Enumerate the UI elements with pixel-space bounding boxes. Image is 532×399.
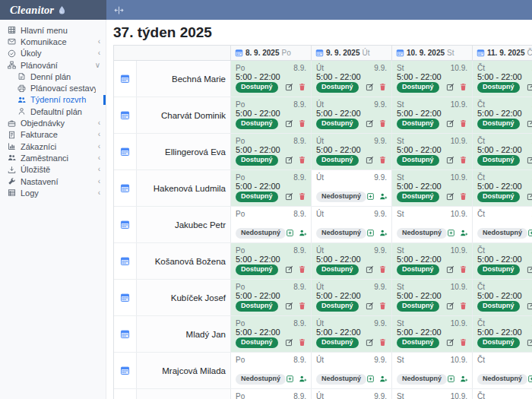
employee-schedule-cell (114, 243, 137, 279)
sidebar-item-denni-plan[interactable]: Denní plán (0, 71, 106, 82)
delete-availability-button[interactable] (459, 338, 467, 347)
sidebar-item-komunikace[interactable]: Komunikace ‹ (0, 36, 106, 47)
delete-availability-button[interactable] (378, 119, 387, 128)
assign-person-button[interactable] (379, 375, 388, 383)
delete-availability-button[interactable] (459, 83, 467, 91)
add-availability-button[interactable] (286, 375, 294, 383)
edit-availability-button[interactable] (446, 302, 454, 310)
delete-availability-button[interactable] (298, 338, 306, 347)
sidebar-item-logy[interactable]: Logy ‹ (0, 187, 106, 198)
edit-availability-button[interactable] (446, 192, 454, 201)
edit-availability-button[interactable] (366, 338, 374, 347)
day-date: 10.9. (451, 64, 467, 72)
sidebar-item-uloziste[interactable]: Úložiště ‹ (0, 164, 106, 176)
sidebar-item-defaultni-plan[interactable]: Defaultní plán (0, 106, 106, 117)
add-availability-button[interactable] (527, 375, 532, 383)
sidebar-item-zamestnanci[interactable]: Zaměstnanci ‹ (0, 152, 106, 163)
delete-availability-button[interactable] (298, 119, 306, 128)
sidebar-item-nastaveni[interactable]: Nastavení ‹ (0, 176, 106, 187)
delete-availability-button[interactable] (298, 302, 306, 310)
open-employee-schedule-button[interactable] (120, 256, 130, 266)
assign-person-button[interactable] (460, 229, 468, 237)
edit-availability-button[interactable] (285, 119, 293, 128)
day-cell-header: Út 9.9. (316, 100, 387, 109)
delete-availability-button[interactable] (378, 302, 387, 310)
sidebar-item-zakaznici[interactable]: Zákazníci ‹ (0, 141, 106, 152)
open-employee-schedule-button[interactable] (120, 183, 130, 193)
open-employee-schedule-button[interactable] (120, 329, 130, 339)
edit-availability-button[interactable] (446, 338, 454, 347)
shift-time (477, 218, 532, 227)
sidebar-item-ukoly[interactable]: Úkoly ‹ (0, 48, 106, 59)
assign-person-button[interactable] (379, 229, 388, 237)
delete-availability-button[interactable] (459, 156, 467, 164)
delete-availability-button[interactable] (298, 83, 306, 91)
pencil-square-icon (285, 302, 293, 310)
add-availability-button[interactable] (447, 375, 455, 383)
edit-availability-button[interactable] (366, 119, 374, 128)
assign-person-button[interactable] (299, 375, 307, 383)
sidebar-item-tydenni-rozvrh[interactable]: Týdenní rozvrh (0, 94, 106, 106)
calendar-icon (120, 110, 130, 120)
open-employee-schedule-button[interactable] (120, 74, 130, 84)
edit-availability-button[interactable] (285, 302, 293, 310)
edit-availability-button[interactable] (446, 156, 454, 164)
edit-availability-button[interactable] (446, 83, 454, 91)
delete-availability-button[interactable] (378, 156, 387, 164)
edit-availability-button[interactable] (527, 265, 532, 274)
pencil-square-icon (527, 156, 532, 164)
edit-availability-button[interactable] (366, 156, 374, 164)
edit-availability-button[interactable] (366, 302, 374, 310)
calendar-icon (477, 49, 485, 57)
delete-availability-button[interactable] (378, 83, 387, 91)
delete-availability-button[interactable] (459, 192, 467, 201)
add-availability-button[interactable] (366, 229, 375, 237)
edit-availability-button[interactable] (527, 83, 532, 91)
sidebar-item-planovani[interactable]: Plánování ∨ (0, 59, 106, 71)
assign-person-button[interactable] (299, 229, 307, 237)
edit-availability-button[interactable] (285, 192, 293, 201)
delete-availability-button[interactable] (459, 265, 467, 274)
edit-availability-button[interactable] (527, 119, 532, 128)
assign-person-button[interactable] (460, 375, 468, 383)
sidebar-item-objednavky[interactable]: Objednávky ‹ (0, 117, 106, 128)
open-employee-schedule-button[interactable] (120, 293, 130, 302)
edit-availability-button[interactable] (366, 83, 374, 91)
assign-person-button[interactable] (379, 192, 388, 201)
delete-availability-button[interactable] (378, 338, 387, 347)
delete-availability-button[interactable] (378, 265, 387, 274)
add-availability-button[interactable] (447, 229, 455, 237)
open-employee-schedule-button[interactable] (120, 366, 130, 375)
edit-availability-button[interactable] (285, 83, 293, 91)
edit-availability-button[interactable] (446, 119, 454, 128)
sidebar-item-fakturace[interactable]: Fakturace ‹ (0, 129, 106, 141)
edit-availability-button[interactable] (366, 265, 374, 274)
edit-availability-button[interactable] (527, 156, 532, 164)
open-employee-schedule-button[interactable] (120, 110, 130, 120)
open-employee-schedule-button[interactable] (120, 220, 130, 230)
sidebar-collapse-button[interactable] (112, 4, 125, 17)
edit-availability-button[interactable] (285, 265, 293, 274)
delete-availability-button[interactable] (298, 265, 306, 274)
edit-availability-button[interactable] (285, 338, 293, 347)
add-availability-button[interactable] (286, 229, 294, 237)
sidebar-item-planovaci-sestavy[interactable]: Plánovací sestavy (0, 82, 106, 93)
add-availability-button[interactable] (366, 375, 375, 383)
delete-availability-button[interactable] (298, 156, 306, 164)
sidebar-item-hlavni-menu[interactable]: Hlavní menu (0, 24, 106, 36)
edit-availability-button[interactable] (527, 302, 532, 310)
edit-availability-button[interactable] (446, 265, 454, 274)
calendar-icon (120, 366, 130, 375)
edit-availability-button[interactable] (527, 338, 532, 347)
delete-availability-button[interactable] (298, 192, 306, 201)
edit-availability-button[interactable] (527, 192, 532, 201)
add-availability-button[interactable] (527, 229, 532, 237)
open-employee-schedule-button[interactable] (120, 147, 130, 157)
add-availability-button[interactable] (366, 192, 375, 201)
delete-availability-button[interactable] (459, 302, 467, 310)
plus-square-icon (527, 375, 532, 383)
employee-name-cell: Jakubec Petr (137, 207, 231, 242)
delete-availability-button[interactable] (459, 119, 467, 128)
edit-availability-button[interactable] (285, 156, 293, 164)
status-badge: Dostupný (397, 337, 439, 348)
